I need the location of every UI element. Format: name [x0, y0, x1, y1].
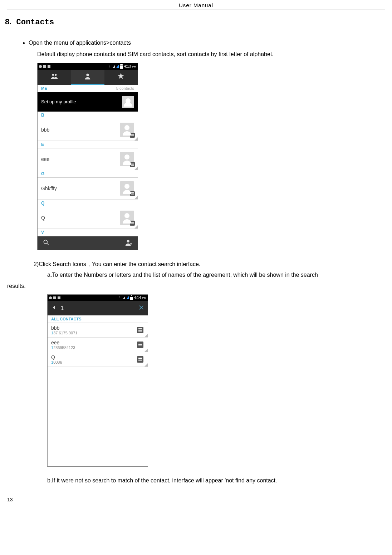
contact-row[interactable]: Ghkfffy — [38, 178, 138, 200]
setup-profile-label: Set up my profile — [41, 99, 76, 104]
add-contact-icon[interactable] — [125, 239, 133, 247]
me-header-row: ME 5 contacts — [38, 85, 138, 92]
svg-line-4 — [47, 244, 49, 245]
page-number: 13 — [7, 497, 385, 502]
result-name: bbb — [51, 325, 77, 331]
contacts-screenshot-1: ⋮ 4:13 PM ME 5 contacts Set up my profil… — [37, 63, 138, 250]
status-time: 4:14 PM — [134, 296, 146, 300]
signal-sim1-icon — [123, 296, 125, 299]
tab-groups[interactable] — [38, 70, 71, 85]
group-icon — [50, 72, 58, 81]
status-square-icon — [48, 65, 50, 68]
status-square-icon — [58, 296, 60, 299]
contact-name: eee — [41, 156, 49, 162]
setup-profile-row[interactable]: Set up my profile — [38, 92, 138, 112]
page-header: User Manual — [7, 0, 385, 10]
contact-row[interactable]: eee — [38, 148, 138, 170]
contact-name: Q — [41, 215, 45, 221]
clear-icon[interactable] — [138, 305, 144, 311]
bottom-toolbar — [38, 236, 138, 250]
sim-badge-icon — [130, 221, 135, 226]
sim-badge-icon — [130, 162, 135, 167]
avatar-icon — [120, 181, 134, 196]
status-square-icon — [53, 296, 56, 299]
expand-corner-icon — [134, 196, 138, 199]
letter-header: B — [38, 112, 138, 119]
signal-sim2-icon — [126, 296, 129, 299]
sim-badge-icon — [130, 191, 135, 196]
bluetooth-icon: ⋮ — [118, 296, 122, 300]
step-2a-text: a.To enter the Numbers or letters and th… — [47, 270, 385, 280]
svg-point-5 — [127, 240, 129, 242]
contacts-count: 5 contacts — [116, 86, 134, 90]
signal-sim2-icon — [116, 65, 119, 68]
expand-corner-icon — [144, 363, 148, 367]
bullet-description: Default display phone contacts and SIM c… — [37, 49, 385, 60]
letter-header: V — [38, 229, 138, 236]
letter-header: E — [38, 141, 138, 148]
search-result-row[interactable]: eee 12369584123 — [48, 338, 148, 352]
letter-header: Q — [38, 200, 138, 207]
section-number: 8. — [5, 17, 11, 26]
person-icon — [84, 72, 92, 81]
result-name: Q — [51, 354, 62, 360]
signal-sim1-icon — [113, 65, 115, 68]
result-number: 137 6175 9071 — [51, 331, 77, 335]
contact-name: Ghkfffy — [41, 186, 57, 191]
expand-corner-icon — [144, 334, 148, 337]
avatar-icon — [120, 123, 134, 137]
expand-corner-icon — [134, 225, 138, 229]
sim-badge-icon — [137, 342, 143, 348]
avatar-icon — [122, 96, 134, 108]
search-result-row[interactable]: bbb 137 6175 9071 — [48, 323, 148, 338]
back-icon[interactable] — [51, 305, 57, 311]
status-time: 4:13 PM — [124, 64, 136, 68]
section-name: Contacts — [16, 18, 54, 27]
avatar-icon — [120, 152, 134, 166]
contact-row[interactable]: bbb — [38, 119, 138, 141]
sim-badge-icon — [137, 327, 143, 333]
search-bar: 1 — [48, 301, 148, 315]
all-contacts-header: ALL CONTACTS — [48, 315, 148, 323]
expand-corner-icon — [134, 137, 138, 141]
step-2a-text-cont: results. — [7, 281, 385, 291]
sim-badge-icon — [130, 133, 135, 138]
section-title: 8. Contacts — [5, 17, 385, 27]
expand-corner-icon — [134, 167, 138, 170]
tab-favorites[interactable] — [104, 70, 138, 85]
battery-icon — [130, 296, 133, 300]
bluetooth-icon: ⋮ — [108, 64, 112, 68]
star-icon — [117, 72, 125, 81]
empty-area — [48, 367, 148, 466]
me-label: ME — [41, 86, 47, 90]
step-2b-text: b.If it were not so search to match of t… — [47, 475, 385, 486]
contact-row[interactable]: Q — [38, 207, 138, 229]
status-bar: ⋮ 4:13 PM — [38, 63, 138, 70]
contacts-screenshot-2: ⋮ 4:14 PM 1 ALL CONTACTS bbb 137 6175 90… — [47, 294, 148, 467]
battery-icon — [120, 64, 123, 69]
result-name: eee — [51, 340, 75, 345]
status-bar: ⋮ 4:14 PM — [48, 295, 148, 301]
status-dot-icon — [39, 65, 42, 68]
tab-contacts[interactable] — [71, 70, 104, 85]
search-result-row[interactable]: Q 10086 — [48, 352, 148, 367]
letter-header: G — [38, 170, 138, 178]
expand-corner-icon — [144, 349, 148, 352]
search-icon[interactable] — [43, 239, 50, 247]
status-dot-icon — [49, 296, 52, 299]
svg-point-3 — [44, 240, 47, 244]
contact-name: bbb — [41, 127, 49, 133]
sim-badge-icon — [137, 356, 143, 363]
svg-point-0 — [52, 74, 54, 76]
search-input[interactable]: 1 — [60, 305, 135, 312]
result-number: 12369584123 — [51, 345, 75, 350]
avatar-icon — [120, 211, 134, 225]
step-2-text: 2)Click Search Icons，You can enter the c… — [34, 259, 385, 270]
svg-point-1 — [55, 74, 57, 76]
status-square-icon — [43, 65, 46, 68]
svg-point-2 — [86, 73, 89, 76]
result-number: 10086 — [51, 360, 62, 364]
contacts-tab-bar — [38, 70, 138, 85]
bullet-open-contacts: Open the menu of applications>contacts — [29, 38, 385, 48]
